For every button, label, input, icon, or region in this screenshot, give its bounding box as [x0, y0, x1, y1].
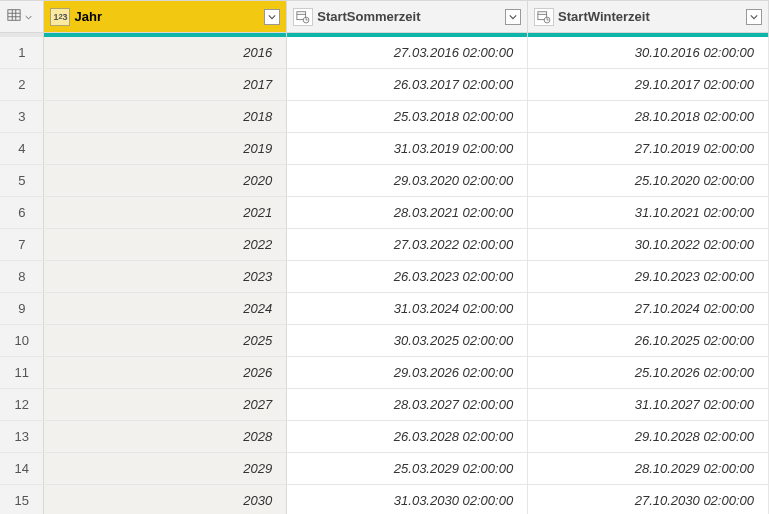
- row-number[interactable]: 6: [0, 197, 44, 229]
- row-number[interactable]: 7: [0, 229, 44, 261]
- table-row[interactable]: 9202431.03.2024 02:00:0027.10.2024 02:00…: [0, 293, 769, 325]
- cell-jahr[interactable]: 2024: [44, 293, 287, 325]
- chevron-down-icon: [25, 9, 32, 24]
- column-label: StartWinterzeit: [558, 9, 742, 24]
- cell-jahr[interactable]: 2016: [44, 37, 287, 69]
- cell-startsommerzeit[interactable]: 28.03.2021 02:00:00: [287, 197, 528, 229]
- column-label: StartSommerzeit: [317, 9, 501, 24]
- table-row[interactable]: 7202227.03.2022 02:00:0030.10.2022 02:00…: [0, 229, 769, 261]
- cell-jahr[interactable]: 2030: [44, 485, 287, 515]
- cell-jahr[interactable]: 2025: [44, 325, 287, 357]
- row-number[interactable]: 5: [0, 165, 44, 197]
- cell-startwinterzeit[interactable]: 27.10.2024 02:00:00: [528, 293, 769, 325]
- cell-startsommerzeit[interactable]: 27.03.2016 02:00:00: [287, 37, 528, 69]
- cell-startwinterzeit[interactable]: 27.10.2019 02:00:00: [528, 133, 769, 165]
- cell-startwinterzeit[interactable]: 29.10.2023 02:00:00: [528, 261, 769, 293]
- row-number[interactable]: 8: [0, 261, 44, 293]
- table-icon: [7, 8, 21, 25]
- row-number[interactable]: 12: [0, 389, 44, 421]
- cell-startwinterzeit[interactable]: 26.10.2025 02:00:00: [528, 325, 769, 357]
- cell-startwinterzeit[interactable]: 25.10.2020 02:00:00: [528, 165, 769, 197]
- cell-jahr[interactable]: 2019: [44, 133, 287, 165]
- number-type-icon[interactable]: 123: [50, 8, 70, 26]
- cell-jahr[interactable]: 2021: [44, 197, 287, 229]
- column-header-startsommerzeit[interactable]: StartSommerzeit: [287, 1, 528, 33]
- column-header-startwinterzeit[interactable]: StartWinterzeit: [528, 1, 769, 33]
- row-number[interactable]: 10: [0, 325, 44, 357]
- cell-startwinterzeit[interactable]: 31.10.2021 02:00:00: [528, 197, 769, 229]
- datetime-type-icon[interactable]: [293, 8, 313, 26]
- cell-startsommerzeit[interactable]: 31.03.2030 02:00:00: [287, 485, 528, 515]
- column-filter-dropdown[interactable]: [505, 9, 521, 25]
- cell-jahr[interactable]: 2023: [44, 261, 287, 293]
- cell-startsommerzeit[interactable]: 29.03.2020 02:00:00: [287, 165, 528, 197]
- cell-startsommerzeit[interactable]: 31.03.2019 02:00:00: [287, 133, 528, 165]
- table-row[interactable]: 4201931.03.2019 02:00:0027.10.2019 02:00…: [0, 133, 769, 165]
- cell-startsommerzeit[interactable]: 27.03.2022 02:00:00: [287, 229, 528, 261]
- column-header-jahr[interactable]: 123 Jahr: [44, 1, 287, 33]
- column-label: Jahr: [74, 9, 260, 24]
- cell-startwinterzeit[interactable]: 28.10.2018 02:00:00: [528, 101, 769, 133]
- cell-startsommerzeit[interactable]: 31.03.2024 02:00:00: [287, 293, 528, 325]
- table-row[interactable]: 6202128.03.2021 02:00:0031.10.2021 02:00…: [0, 197, 769, 229]
- row-number[interactable]: 15: [0, 485, 44, 515]
- cell-startsommerzeit[interactable]: 29.03.2026 02:00:00: [287, 357, 528, 389]
- cell-jahr[interactable]: 2022: [44, 229, 287, 261]
- table-row[interactable]: 3201825.03.2018 02:00:0028.10.2018 02:00…: [0, 101, 769, 133]
- table-row[interactable]: 14202925.03.2029 02:00:0028.10.2029 02:0…: [0, 453, 769, 485]
- cell-startwinterzeit[interactable]: 28.10.2029 02:00:00: [528, 453, 769, 485]
- column-filter-dropdown[interactable]: [264, 9, 280, 25]
- table-row[interactable]: 10202530.03.2025 02:00:0026.10.2025 02:0…: [0, 325, 769, 357]
- table-row[interactable]: 2201726.03.2017 02:00:0029.10.2017 02:00…: [0, 69, 769, 101]
- table-row[interactable]: 8202326.03.2023 02:00:0029.10.2023 02:00…: [0, 261, 769, 293]
- cell-startsommerzeit[interactable]: 26.03.2017 02:00:00: [287, 69, 528, 101]
- cell-startsommerzeit[interactable]: 28.03.2027 02:00:00: [287, 389, 528, 421]
- cell-jahr[interactable]: 2028: [44, 421, 287, 453]
- table-row[interactable]: 11202629.03.2026 02:00:0025.10.2026 02:0…: [0, 357, 769, 389]
- cell-startwinterzeit[interactable]: 31.10.2027 02:00:00: [528, 389, 769, 421]
- cell-startwinterzeit[interactable]: 30.10.2022 02:00:00: [528, 229, 769, 261]
- row-number[interactable]: 3: [0, 101, 44, 133]
- column-header-row: 123 Jahr StartSommerzeit: [0, 1, 769, 33]
- cell-startsommerzeit[interactable]: 30.03.2025 02:00:00: [287, 325, 528, 357]
- row-number[interactable]: 2: [0, 69, 44, 101]
- datetime-type-icon[interactable]: [534, 8, 554, 26]
- cell-startsommerzeit[interactable]: 25.03.2029 02:00:00: [287, 453, 528, 485]
- table-row[interactable]: 5202029.03.2020 02:00:0025.10.2020 02:00…: [0, 165, 769, 197]
- cell-jahr[interactable]: 2029: [44, 453, 287, 485]
- cell-startwinterzeit[interactable]: 30.10.2016 02:00:00: [528, 37, 769, 69]
- cell-jahr[interactable]: 2020: [44, 165, 287, 197]
- cell-startwinterzeit[interactable]: 29.10.2028 02:00:00: [528, 421, 769, 453]
- cell-jahr[interactable]: 2017: [44, 69, 287, 101]
- table-row[interactable]: 15203031.03.2030 02:00:0027.10.2030 02:0…: [0, 485, 769, 515]
- table-row[interactable]: 12202728.03.2027 02:00:0031.10.2027 02:0…: [0, 389, 769, 421]
- cell-startsommerzeit[interactable]: 25.03.2018 02:00:00: [287, 101, 528, 133]
- cell-startsommerzeit[interactable]: 26.03.2028 02:00:00: [287, 421, 528, 453]
- table-menu-header[interactable]: [0, 1, 44, 33]
- cell-startwinterzeit[interactable]: 25.10.2026 02:00:00: [528, 357, 769, 389]
- cell-jahr[interactable]: 2027: [44, 389, 287, 421]
- cell-jahr[interactable]: 2026: [44, 357, 287, 389]
- row-number[interactable]: 11: [0, 357, 44, 389]
- cell-jahr[interactable]: 2018: [44, 101, 287, 133]
- row-number[interactable]: 9: [0, 293, 44, 325]
- row-number[interactable]: 1: [0, 37, 44, 69]
- row-number[interactable]: 4: [0, 133, 44, 165]
- table-row[interactable]: 1201627.03.2016 02:00:0030.10.2016 02:00…: [0, 37, 769, 69]
- cell-startwinterzeit[interactable]: 29.10.2017 02:00:00: [528, 69, 769, 101]
- table-row[interactable]: 13202826.03.2028 02:00:0029.10.2028 02:0…: [0, 421, 769, 453]
- cell-startwinterzeit[interactable]: 27.10.2030 02:00:00: [528, 485, 769, 515]
- cell-startsommerzeit[interactable]: 26.03.2023 02:00:00: [287, 261, 528, 293]
- row-number[interactable]: 14: [0, 453, 44, 485]
- row-number[interactable]: 13: [0, 421, 44, 453]
- svg-rect-0: [8, 10, 20, 21]
- data-grid: 123 Jahr StartSommerzeit: [0, 0, 769, 514]
- column-filter-dropdown[interactable]: [746, 9, 762, 25]
